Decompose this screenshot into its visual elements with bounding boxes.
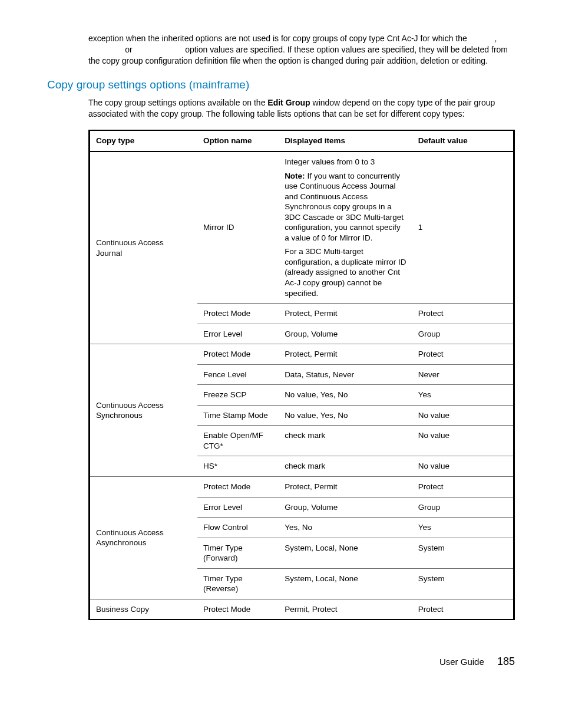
cell-option-name: Flow Control — [197, 518, 279, 538]
cell-displayed-items: No value, Yes, No — [279, 405, 412, 426]
cell-option-name: Error Level — [197, 324, 279, 344]
cell-option-name: Protect Mode — [197, 304, 279, 324]
table-row: Continuous Access Journal Mirror ID Inte… — [90, 151, 514, 304]
header-option-name: Option name — [197, 130, 279, 151]
cell-option-name: Error Level — [197, 497, 279, 518]
table-row: Continuous Access Synchronous Protect Mo… — [90, 344, 514, 365]
cell-option-name: Freeze SCP — [197, 385, 279, 406]
cell-default-value: No value — [412, 456, 514, 477]
cell-displayed-items: Protect, Permit — [279, 477, 412, 498]
cell-default-value: Never — [412, 364, 514, 385]
footer-label: User Guide — [439, 657, 484, 667]
cell-option-name: Protect Mode — [197, 477, 279, 498]
intro-paragraph: exception when the inherited options are… — [88, 33, 515, 67]
cell-option-name: Timer Type (Reverse) — [197, 568, 279, 599]
page-number: 185 — [497, 655, 515, 667]
cell-displayed-items: Protect, Permit — [279, 344, 412, 365]
section-intro: The copy group settings options availabl… — [88, 97, 515, 120]
cell-default-value: Protect — [412, 304, 514, 324]
note-rest: If you want to concurrently use Continuo… — [285, 172, 404, 242]
cell-copy-type: Continuous Access Synchronous — [90, 344, 197, 477]
cell-copy-type: Continuous Access Asynchronous — [90, 477, 197, 599]
cell-default-value: Group — [412, 497, 514, 518]
cell-option-name: Protect Mode — [197, 344, 279, 365]
table-row: Continuous Access Asynchronous Protect M… — [90, 477, 514, 498]
cell-default-value: Protect — [412, 599, 514, 620]
cell-option-name: Time Stamp Mode — [197, 405, 279, 426]
cell-default-value: Protect — [412, 477, 514, 498]
page-footer: User Guide 185 — [47, 655, 515, 668]
cell-default-value: Group — [412, 324, 514, 344]
cell-displayed-items: Permit, Protect — [279, 599, 412, 620]
note-bold: Note: — [285, 172, 305, 180]
cell-option-name: Fence Level — [197, 364, 279, 385]
table-row: Business Copy Protect Mode Permit, Prote… — [90, 599, 514, 620]
cell-displayed-items: Yes, No — [279, 518, 412, 538]
cell-displayed-items: Protect, Permit — [279, 304, 412, 324]
cell-default-value: System — [412, 538, 514, 568]
cell-displayed-items: No value, Yes, No — [279, 385, 412, 406]
cell-displayed-items: Group, Volume — [279, 497, 412, 518]
header-displayed-items: Displayed items — [279, 130, 412, 151]
section-intro-pre: The copy group settings options availabl… — [88, 98, 267, 107]
cell-displayed-items: System, Local, None — [279, 568, 412, 599]
cell-default-value: No value — [412, 426, 514, 456]
section-heading: Copy group settings options (mainframe) — [47, 78, 515, 91]
options-table: Copy type Option name Displayed items De… — [88, 130, 515, 620]
cell-option-name: Timer Type (Forward) — [197, 538, 279, 568]
cell-option-name: Enable Open/MF CTG* — [197, 426, 279, 456]
cell-displayed-items: check mark — [279, 426, 412, 456]
cell-default-value: System — [412, 568, 514, 599]
mirror-id-para1: Integer values from 0 to 3 — [285, 157, 406, 167]
cell-default-value: No value — [412, 405, 514, 426]
cell-displayed-items: Group, Volume — [279, 324, 412, 344]
cell-option-name: Mirror ID — [197, 151, 279, 304]
cell-copy-type: Continuous Access Journal — [90, 151, 197, 344]
cell-default-value: Protect — [412, 344, 514, 365]
cell-default-value: 1 — [412, 151, 514, 304]
edit-group-bold: Edit Group — [267, 98, 310, 107]
mirror-id-para2: Note: If you want to concurrently use Co… — [285, 171, 406, 243]
cell-option-name: Protect Mode — [197, 599, 279, 620]
cell-option-name: HS* — [197, 456, 279, 477]
cell-copy-type: Business Copy — [90, 599, 197, 620]
mirror-id-para3: For a 3DC Multi-target configuration, a … — [285, 246, 406, 298]
cell-default-value: Yes — [412, 518, 514, 538]
cell-displayed-items: Integer values from 0 to 3 Note: If you … — [279, 151, 412, 304]
header-copy-type: Copy type — [90, 130, 197, 151]
cell-default-value: Yes — [412, 385, 514, 406]
header-default-value: Default value — [412, 130, 514, 151]
cell-displayed-items: Data, Status, Never — [279, 364, 412, 385]
cell-displayed-items: System, Local, None — [279, 538, 412, 568]
cell-displayed-items: check mark — [279, 456, 412, 477]
table-header-row: Copy type Option name Displayed items De… — [90, 130, 514, 151]
